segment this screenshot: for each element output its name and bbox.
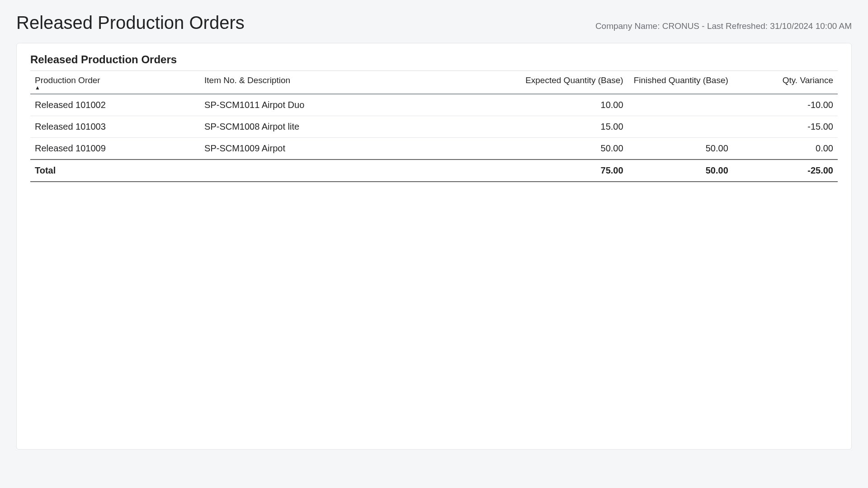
table-total-row: Total 75.00 50.00 -25.00	[30, 160, 838, 182]
cell-expected: 10.00	[507, 94, 628, 116]
page-title: Released Production Orders	[16, 13, 245, 33]
orders-table: Production Order ▲ Item No. & Descriptio…	[30, 70, 838, 182]
col-header-item[interactable]: Item No. & Description	[200, 71, 507, 94]
table-row: Released 101002 SP-SCM1011 Airpot Duo 10…	[30, 94, 838, 116]
col-header-label: Production Order	[35, 75, 100, 85]
col-header-variance[interactable]: Qty. Variance	[733, 71, 838, 94]
report-header: Released Production Orders Company Name:…	[16, 13, 852, 33]
cell-expected: 50.00	[507, 138, 628, 160]
table-row: Released 101009 SP-SCM1009 Airpot 50.00 …	[30, 138, 838, 160]
page-meta: Company Name: CRONUS - Last Refreshed: 3…	[595, 21, 852, 33]
cell-order: Released 101009	[30, 138, 200, 160]
total-expected: 75.00	[507, 160, 628, 182]
col-header-finished[interactable]: Finished Quantity (Base)	[628, 71, 733, 94]
cell-expected: 15.00	[507, 116, 628, 138]
table-header-row: Production Order ▲ Item No. & Descriptio…	[30, 71, 838, 94]
col-header-expected[interactable]: Expected Quantity (Base)	[507, 71, 628, 94]
cell-item: SP-SCM1008 Airpot lite	[200, 116, 507, 138]
cell-variance: 0.00	[733, 138, 838, 160]
report-page: Released Production Orders Company Name:…	[0, 0, 868, 462]
total-variance: -25.00	[733, 160, 838, 182]
cell-finished: 50.00	[628, 138, 733, 160]
cell-finished	[628, 94, 733, 116]
col-header-label: Qty. Variance	[783, 75, 833, 85]
col-header-label: Item No. & Description	[204, 75, 290, 85]
cell-variance: -10.00	[733, 94, 838, 116]
report-card: Released Production Orders Production Or…	[16, 43, 852, 450]
table-row: Released 101003 SP-SCM1008 Airpot lite 1…	[30, 116, 838, 138]
col-header-order[interactable]: Production Order ▲	[30, 71, 200, 94]
card-subtitle: Released Production Orders	[30, 53, 838, 66]
cell-order: Released 101002	[30, 94, 200, 116]
col-header-label: Finished Quantity (Base)	[634, 75, 728, 85]
cell-item: SP-SCM1009 Airpot	[200, 138, 507, 160]
cell-order: Released 101003	[30, 116, 200, 138]
sort-asc-icon: ▲	[35, 85, 195, 90]
cell-finished	[628, 116, 733, 138]
total-finished: 50.00	[628, 160, 733, 182]
cell-variance: -15.00	[733, 116, 838, 138]
col-header-label: Expected Quantity (Base)	[525, 75, 623, 85]
total-label: Total	[30, 160, 200, 182]
cell-item: SP-SCM1011 Airpot Duo	[200, 94, 507, 116]
